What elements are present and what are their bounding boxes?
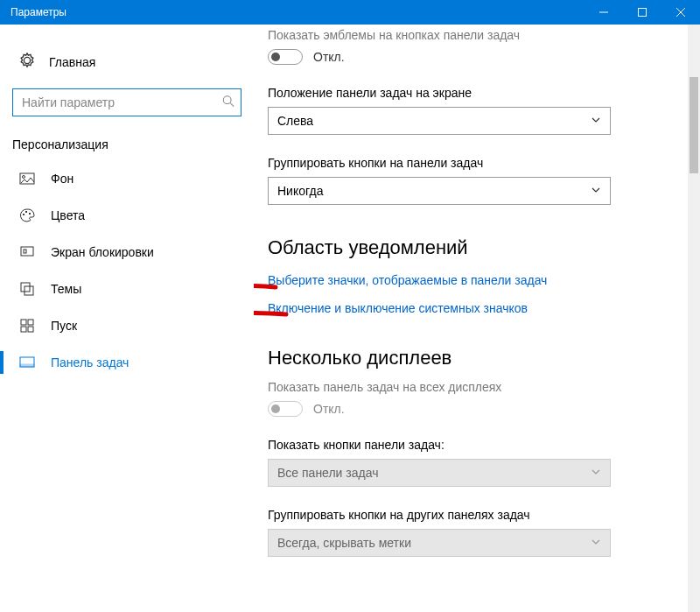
- svg-point-9: [25, 211, 27, 213]
- svg-rect-16: [28, 320, 33, 325]
- svg-point-10: [29, 213, 31, 215]
- palette-icon: [19, 208, 35, 223]
- sidebar-item-label: Фон: [51, 172, 74, 186]
- start-icon: [19, 318, 35, 334]
- svg-rect-12: [24, 250, 26, 253]
- sidebar-item-taskbar[interactable]: Панель задач: [0, 344, 254, 381]
- sidebar-item-label: Экран блокировки: [51, 245, 154, 259]
- position-label: Положение панели задач на экране: [268, 86, 682, 100]
- main-panel: Показать эмблемы на кнопках панели задач…: [254, 25, 700, 612]
- home-label: Главная: [49, 55, 95, 69]
- window-title: Параметры: [10, 6, 66, 18]
- buttons-select: Все панели задач: [268, 459, 611, 487]
- maximize-button[interactable]: [623, 0, 662, 25]
- search-input[interactable]: [12, 88, 242, 116]
- sidebar-item-background[interactable]: Фон: [0, 160, 254, 197]
- sidebar-item-label: Цвета: [51, 208, 85, 222]
- group-other-value: Всегда, скрывать метки: [277, 536, 411, 550]
- svg-rect-20: [20, 364, 34, 367]
- close-button[interactable]: [662, 0, 700, 25]
- sidebar-item-lockscreen[interactable]: Экран блокировки: [0, 234, 254, 271]
- sidebar-item-colors[interactable]: Цвета: [0, 197, 254, 234]
- sidebar: Главная Персонализация Фон Цвета Экран б…: [0, 25, 254, 612]
- buttons-label: Показать кнопки панели задач:: [268, 438, 682, 452]
- svg-rect-14: [24, 286, 33, 295]
- sidebar-item-label: Пуск: [51, 319, 77, 333]
- svg-point-4: [223, 96, 231, 104]
- link-select-icons[interactable]: Выберите значки, отображаемые в панели з…: [268, 273, 547, 287]
- emblems-state: Откл.: [313, 50, 345, 64]
- group-other-select: Всегда, скрывать метки: [268, 529, 611, 557]
- show-all-label: Показать панель задач на всех дисплеях: [268, 380, 682, 394]
- position-value: Слева: [277, 114, 313, 128]
- chevron-down-icon: [591, 114, 601, 128]
- sidebar-item-start[interactable]: Пуск: [0, 307, 254, 344]
- svg-rect-11: [21, 247, 33, 256]
- search-icon: [222, 95, 234, 110]
- annotation-mark: [254, 309, 290, 321]
- svg-line-5: [230, 103, 234, 107]
- taskbar-icon: [19, 355, 35, 370]
- sidebar-item-label: Панель задач: [51, 355, 129, 369]
- section-notification-area: Область уведомлений: [268, 236, 682, 259]
- svg-rect-1: [639, 9, 647, 17]
- svg-rect-13: [21, 283, 30, 292]
- titlebar: Параметры: [0, 0, 700, 25]
- svg-rect-18: [28, 327, 33, 332]
- picture-icon: [19, 171, 35, 186]
- sidebar-item-label: Темы: [51, 282, 81, 296]
- category-header: Персонализация: [0, 132, 254, 160]
- svg-rect-15: [21, 320, 26, 325]
- group-label: Группировать кнопки на панели задач: [268, 156, 682, 170]
- minimize-button[interactable]: [584, 0, 623, 25]
- group-value: Никогда: [277, 184, 323, 198]
- themes-icon: [19, 281, 35, 297]
- svg-point-7: [23, 176, 25, 179]
- sidebar-item-themes[interactable]: Темы: [0, 271, 254, 307]
- svg-point-8: [23, 214, 24, 215]
- chevron-down-icon: [591, 536, 601, 550]
- emblems-label: Показать эмблемы на кнопках панели задач: [268, 28, 682, 42]
- link-toggle-system-icons[interactable]: Включение и выключение системных значков: [268, 301, 528, 315]
- window-controls: [584, 0, 700, 25]
- show-all-toggle[interactable]: [268, 401, 303, 417]
- buttons-value: Все панели задач: [277, 466, 378, 480]
- gear-icon: [19, 53, 35, 71]
- chevron-down-icon: [591, 184, 601, 198]
- scroll-thumb[interactable]: [690, 77, 698, 173]
- section-multiple-displays: Несколько дисплеев: [268, 347, 682, 369]
- svg-rect-17: [21, 327, 26, 332]
- lockscreen-icon: [19, 244, 35, 260]
- home-link[interactable]: Главная: [0, 46, 254, 78]
- annotation-mark: [254, 282, 280, 294]
- emblems-toggle[interactable]: [268, 49, 303, 65]
- vertical-scrollbar[interactable]: [688, 25, 700, 612]
- group-select[interactable]: Никогда: [268, 177, 611, 205]
- chevron-down-icon: [591, 466, 601, 480]
- show-all-state: Откл.: [313, 402, 345, 416]
- group-other-label: Группировать кнопки на других панелях за…: [268, 508, 682, 522]
- position-select[interactable]: Слева: [268, 107, 611, 135]
